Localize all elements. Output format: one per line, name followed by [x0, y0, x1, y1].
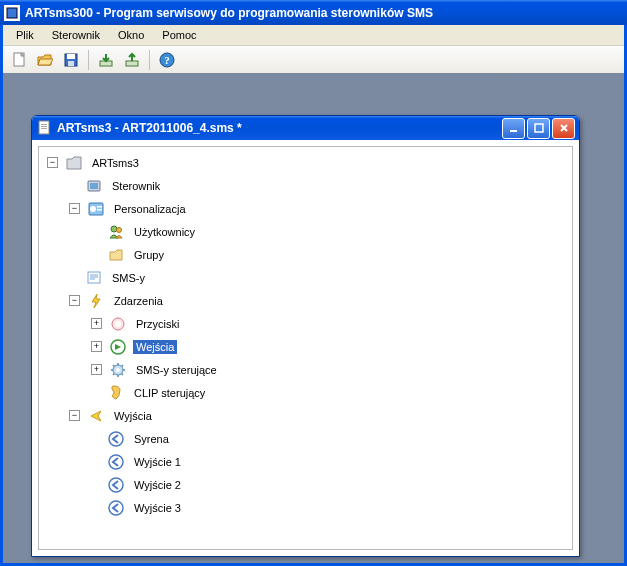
tree-label[interactable]: SMS-y sterujące — [133, 363, 220, 377]
svg-point-22 — [117, 227, 122, 232]
svg-point-25 — [115, 321, 121, 327]
app-icon — [4, 5, 20, 21]
tree-label[interactable]: Grupy — [131, 248, 167, 262]
tree-label[interactable]: Syrena — [131, 432, 172, 446]
svg-rect-6 — [126, 61, 138, 66]
expander-icon[interactable]: − — [69, 295, 80, 306]
document-icon — [36, 120, 52, 136]
svg-rect-10 — [41, 124, 47, 125]
document-window: ARTsms3 - ART2011006_4.sms * — [31, 115, 580, 557]
tree-node-personalizacja[interactable]: − Personalizacja — [39, 197, 572, 220]
input-arrow-icon — [108, 337, 128, 357]
svg-point-32 — [109, 501, 123, 515]
svg-point-30 — [109, 455, 123, 469]
tree-node-smsy-sterujace[interactable]: + SMS-y sterujące — [39, 358, 572, 381]
mdi-area: ARTsms3 - ART2011006_4.sms * — [3, 73, 624, 563]
svg-rect-13 — [510, 130, 517, 132]
svg-text:?: ? — [164, 54, 170, 66]
tree-label[interactable]: Użytkownicy — [131, 225, 198, 239]
back-arrow-icon — [106, 475, 126, 495]
tree-label[interactable]: SMS-y — [109, 271, 148, 285]
back-arrow-icon — [106, 498, 126, 518]
svg-point-31 — [109, 478, 123, 492]
tree-label[interactable]: Sterownik — [109, 179, 163, 193]
tree-label[interactable]: Wyjścia — [111, 409, 155, 423]
toolbar-new-button[interactable] — [7, 48, 31, 72]
expander-icon[interactable]: − — [69, 410, 80, 421]
menu-sterownik[interactable]: Sterownik — [43, 27, 109, 43]
tree-node-smsy[interactable]: SMS-y — [39, 266, 572, 289]
toolbar-upload-button[interactable] — [120, 48, 144, 72]
svg-rect-16 — [90, 183, 98, 189]
tree-node-uzytkownicy[interactable]: Użytkownicy — [39, 220, 572, 243]
tree-node-wejscia[interactable]: + Wejścia — [39, 335, 572, 358]
gear-sms-icon — [108, 360, 128, 380]
personalization-icon — [86, 199, 106, 219]
document-title: ARTsms3 - ART2011006_4.sms * — [57, 121, 242, 135]
toolbar: ? — [3, 46, 624, 75]
back-arrow-icon — [106, 452, 126, 472]
tree-node-clip[interactable]: CLIP sterujący — [39, 381, 572, 404]
folder-icon — [64, 153, 84, 173]
tree-node-wyjscie-2[interactable]: Wyjście 2 — [39, 473, 572, 496]
tree-label[interactable]: Przyciski — [133, 317, 182, 331]
tree-view[interactable]: − ARTsms3 — [38, 146, 573, 550]
tree-node-przyciski[interactable]: + Przyciski — [39, 312, 572, 335]
tree-node-wyjscie-1[interactable]: Wyjście 1 — [39, 450, 572, 473]
expander-icon[interactable]: − — [47, 157, 58, 168]
app-client-area: Plik Sterownik Okno Pomoc — [3, 25, 624, 563]
menu-okno[interactable]: Okno — [109, 27, 153, 43]
tree-node-grupy[interactable]: Grupy — [39, 243, 572, 266]
tree-node-root[interactable]: − ARTsms3 — [39, 151, 572, 174]
tree-label[interactable]: Wejścia — [133, 340, 177, 354]
folder-icon — [106, 245, 126, 265]
expander-icon[interactable]: − — [69, 203, 80, 214]
svg-rect-19 — [97, 206, 102, 208]
toolbar-separator-2 — [149, 50, 150, 70]
toolbar-open-button[interactable] — [33, 48, 57, 72]
toolbar-download-button[interactable] — [94, 48, 118, 72]
tree-label[interactable]: Personalizacja — [111, 202, 189, 216]
svg-point-18 — [90, 206, 96, 212]
expander-icon[interactable]: + — [91, 364, 102, 375]
svg-point-29 — [109, 432, 123, 446]
tree-label[interactable]: Wyjście 2 — [131, 478, 184, 492]
tree-node-syrena[interactable]: Syrena — [39, 427, 572, 450]
tree-node-zdarzenia[interactable]: − Zdarzenia — [39, 289, 572, 312]
main-window: ARTsms300 - Program serwisowy do program… — [0, 0, 627, 566]
svg-rect-3 — [67, 54, 75, 59]
svg-rect-11 — [41, 126, 47, 127]
main-titlebar[interactable]: ARTsms300 - Program serwisowy do program… — [0, 0, 627, 25]
svg-point-28 — [116, 368, 120, 372]
toolbar-save-button[interactable] — [59, 48, 83, 72]
tree-node-sterownik[interactable]: Sterownik — [39, 174, 572, 197]
button-icon — [108, 314, 128, 334]
tree-label[interactable]: ARTsms3 — [89, 156, 142, 170]
app-title: ARTsms300 - Program serwisowy do program… — [25, 6, 433, 20]
tree-node-wyjscie-3[interactable]: Wyjście 3 — [39, 496, 572, 519]
output-arrow-icon — [86, 406, 106, 426]
back-arrow-icon — [106, 429, 126, 449]
close-button[interactable] — [552, 118, 575, 139]
svg-rect-4 — [68, 61, 74, 66]
users-icon — [106, 222, 126, 242]
tree-label[interactable]: Zdarzenia — [111, 294, 166, 308]
maximize-button[interactable] — [527, 118, 550, 139]
toolbar-separator — [88, 50, 89, 70]
minimize-button[interactable] — [502, 118, 525, 139]
svg-rect-14 — [535, 124, 543, 132]
toolbar-help-button[interactable]: ? — [155, 48, 179, 72]
svg-rect-12 — [41, 128, 47, 129]
window-buttons — [502, 118, 575, 139]
tree-label[interactable]: Wyjście 1 — [131, 455, 184, 469]
tree-label[interactable]: Wyjście 3 — [131, 501, 184, 515]
expander-icon[interactable]: + — [91, 341, 102, 352]
tree-label[interactable]: CLIP sterujący — [131, 386, 208, 400]
menu-plik[interactable]: Plik — [7, 27, 43, 43]
expander-icon[interactable]: + — [91, 318, 102, 329]
device-icon — [84, 176, 104, 196]
document-titlebar[interactable]: ARTsms3 - ART2011006_4.sms * — [32, 116, 579, 140]
tree-node-wyjscia[interactable]: − Wyjścia — [39, 404, 572, 427]
phone-icon — [106, 383, 126, 403]
menu-pomoc[interactable]: Pomoc — [153, 27, 205, 43]
